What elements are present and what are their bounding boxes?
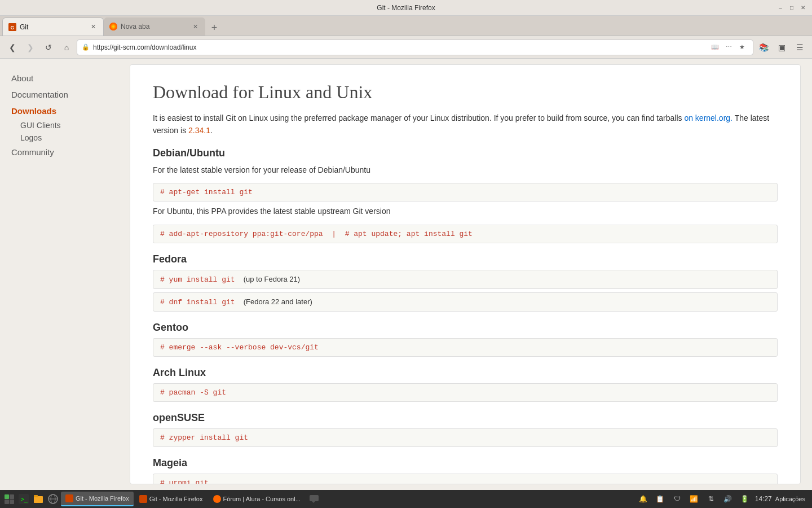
page-body: About Documentation Downloads GUI Client… xyxy=(0,59,812,490)
svg-point-4 xyxy=(112,25,114,28)
code-urpmi: # urpmi git xyxy=(153,474,778,484)
tab-git-label: Git xyxy=(20,23,85,31)
sidebar-item-community[interactable]: Community xyxy=(11,144,118,160)
intro-part1: It is easiest to install Git on Linux us… xyxy=(153,113,682,122)
tab-nova-label: Nova aba xyxy=(121,23,187,30)
kernel-link[interactable]: on kernel.org. xyxy=(684,113,732,122)
nav-right-buttons: 📚 ▣ ☰ xyxy=(756,40,807,55)
url-actions: 📖 ⋯ ★ xyxy=(709,41,748,54)
close-button[interactable]: ✕ xyxy=(798,3,807,12)
tab-git-favicon: G xyxy=(8,23,16,31)
sidebar-item-downloads[interactable]: Downloads xyxy=(11,103,118,119)
section-debian-heading: Debian/Ubuntu xyxy=(153,147,778,159)
code-pacman: # pacman -S git xyxy=(153,383,778,402)
reload-button[interactable]: ↺ xyxy=(41,40,56,55)
sidebar-subitem-gui-clients[interactable]: GUI Clients xyxy=(11,119,118,132)
back-button[interactable]: ❮ xyxy=(5,40,20,55)
collections-icon[interactable]: 📚 xyxy=(756,40,771,55)
tab-git[interactable]: G Git ✕ xyxy=(2,17,104,36)
code-dnf: # dnf install git (Fedora 22 and later) xyxy=(153,292,778,312)
code-yum: # yum install git (up to Fedora 21) xyxy=(153,270,778,289)
tab-git-close[interactable]: ✕ xyxy=(89,23,98,32)
version-link[interactable]: 2.34.1 xyxy=(188,126,210,135)
debian-text: For the latest stable version for your r… xyxy=(153,164,778,176)
page-heading: Download for Linux and Unix xyxy=(153,82,778,103)
tab-nova-favicon xyxy=(109,23,117,30)
new-tab-button[interactable]: + xyxy=(206,20,222,36)
tab-nova-close[interactable]: ✕ xyxy=(191,22,200,31)
window-controls: – □ ✕ xyxy=(776,3,807,12)
section-gentoo-heading: Gentoo xyxy=(153,322,778,334)
home-button[interactable]: ⌂ xyxy=(59,40,74,55)
bookmark-icon[interactable]: ★ xyxy=(736,41,748,54)
reader-view-icon[interactable]: 📖 xyxy=(709,41,721,54)
content-area: Download for Linux and Unix It is easies… xyxy=(130,64,801,484)
url-bar[interactable]: 🔒 https://git-scm.com/download/linux 📖 ⋯… xyxy=(77,40,753,55)
section-opensuse-heading: openSUSE xyxy=(153,412,778,424)
lock-icon: 🔒 xyxy=(82,43,90,51)
tab-nova[interactable]: Nova aba ✕ xyxy=(104,17,205,36)
sidebar-icon[interactable]: ▣ xyxy=(774,40,789,55)
intro-text: It is easiest to install Git on Linux us… xyxy=(153,112,778,137)
sidebar-subitem-logos[interactable]: Logos xyxy=(11,132,118,144)
code-add-apt: # add-apt-repository ppa:git-core/ppa | … xyxy=(153,225,778,243)
section-arch-heading: Arch Linux xyxy=(153,367,778,379)
hamburger-menu[interactable]: ☰ xyxy=(792,40,807,55)
tab-bar: G Git ✕ Nova aba ✕ + xyxy=(0,16,812,36)
section-mageia-heading: Mageia xyxy=(153,457,778,469)
code-zypper: # zypper install git xyxy=(153,428,778,447)
restore-button[interactable]: □ xyxy=(787,3,796,12)
sidebar-item-documentation[interactable]: Documentation xyxy=(11,86,118,103)
code-emerge: # emerge --ask --verbose dev-vcs/git xyxy=(153,338,778,357)
code-apt-get: # apt-get install git xyxy=(153,183,778,202)
svg-text:G: G xyxy=(10,25,14,30)
forward-button[interactable]: ❯ xyxy=(23,40,38,55)
titlebar: Git - Mozilla Firefox – □ ✕ xyxy=(0,0,812,16)
section-fedora-heading: Fedora xyxy=(153,253,778,265)
window-title: Git - Mozilla Firefox xyxy=(377,4,435,12)
sidebar: About Documentation Downloads GUI Client… xyxy=(0,59,130,490)
ubuntu-ppa-text: For Ubuntu, this PPA provides the latest… xyxy=(153,205,778,217)
sidebar-item-about[interactable]: About xyxy=(11,70,118,86)
minimize-button[interactable]: – xyxy=(776,3,785,12)
nav-bar: ❮ ❯ ↺ ⌂ 🔒 https://git-scm.com/download/l… xyxy=(0,36,812,59)
url-text: https://git-scm.com/download/linux xyxy=(93,43,705,51)
more-options-icon[interactable]: ⋯ xyxy=(722,41,735,54)
